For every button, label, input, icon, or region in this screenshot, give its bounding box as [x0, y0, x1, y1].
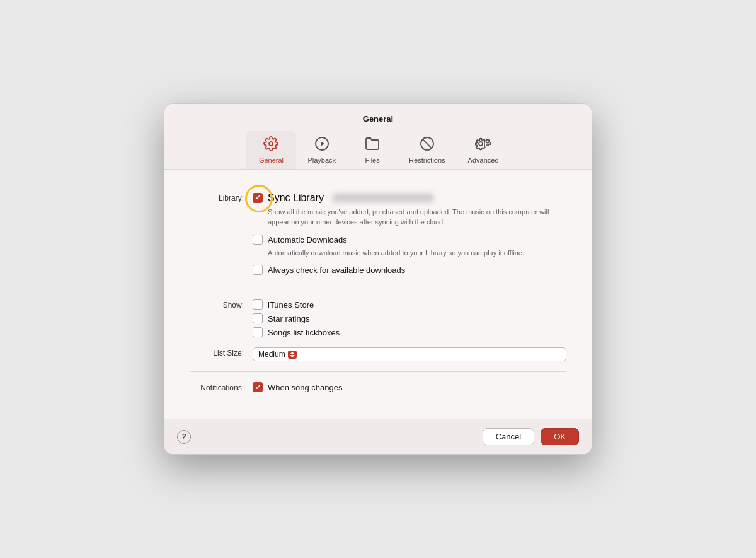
notifications-row: Notifications: When song changes	[190, 382, 566, 396]
auto-downloads-label: Automatic Downloads	[268, 235, 347, 245]
star-ratings-checkbox[interactable]	[253, 313, 263, 323]
preferences-dialog: General General Playback	[164, 103, 592, 455]
select-arrows	[288, 351, 297, 359]
notifications-content: When song changes	[253, 382, 566, 396]
general-icon	[263, 136, 278, 154]
tab-general-label: General	[259, 156, 284, 164]
tab-files[interactable]: Files	[347, 131, 398, 169]
songs-list-tickboxes-checkbox[interactable]	[253, 327, 263, 337]
always-check-checkbox[interactable]	[253, 265, 263, 275]
ok-button[interactable]: OK	[541, 428, 579, 445]
itunes-store-checkbox[interactable]	[253, 299, 263, 310]
playback-icon	[314, 136, 329, 154]
dialog-title: General	[177, 114, 579, 124]
tabs-bar: General Playback Files	[177, 131, 579, 169]
sync-library-email	[333, 194, 433, 202]
sync-library-row: Sync Library	[253, 192, 566, 204]
always-check-row: Always check for available downloads	[253, 265, 566, 275]
library-row: Library: Sync Library Show all the music…	[190, 192, 566, 279]
show-row: Show: iTunes Store Star ratings Songs li…	[190, 299, 566, 341]
when-song-changes-checkbox[interactable]	[253, 382, 263, 392]
notifications-label: Notifications:	[190, 382, 253, 392]
tab-general[interactable]: General	[246, 131, 296, 169]
dialog-body: Library: Sync Library Show all the music…	[164, 170, 592, 419]
auto-downloads-description: Automatically download music when added …	[268, 248, 566, 259]
arrow-up-icon	[290, 352, 295, 354]
tab-playback-label: Playback	[307, 156, 336, 164]
songs-list-tickboxes-row: Songs list tickboxes	[253, 327, 566, 337]
tab-files-label: Files	[365, 156, 379, 164]
help-button[interactable]: ?	[177, 430, 191, 444]
show-label: Show:	[190, 299, 253, 310]
svg-point-6	[486, 139, 490, 142]
restrictions-icon	[420, 136, 435, 154]
list-size-row: List Size: Medium	[190, 347, 566, 361]
auto-downloads-row: Automatic Downloads	[253, 235, 566, 245]
notifications-section: Notifications: When song changes	[190, 372, 566, 406]
when-song-changes-label: When song changes	[268, 383, 343, 392]
arrow-down-icon	[290, 355, 295, 357]
list-size-label: List Size:	[190, 347, 253, 357]
tab-advanced-label: Advanced	[468, 156, 499, 164]
auto-downloads-checkbox[interactable]	[253, 235, 263, 245]
svg-point-0	[269, 142, 273, 146]
sync-library-checkbox[interactable]	[253, 193, 263, 203]
tab-advanced[interactable]: Advanced	[457, 131, 510, 169]
tab-restrictions[interactable]: Restrictions	[398, 131, 456, 169]
library-label: Library:	[190, 192, 253, 202]
library-content: Sync Library Show all the music you've a…	[253, 192, 566, 279]
svg-point-5	[479, 142, 483, 146]
cancel-button[interactable]: Cancel	[483, 428, 534, 445]
star-ratings-label: Star ratings	[268, 314, 309, 323]
library-section: Library: Sync Library Show all the music…	[190, 182, 566, 290]
dialog-footer: ? Cancel OK	[164, 419, 592, 454]
tab-restrictions-label: Restrictions	[409, 156, 445, 164]
svg-marker-2	[321, 141, 324, 146]
list-size-value: Medium	[258, 350, 285, 359]
songs-list-tickboxes-label: Songs list tickboxes	[268, 328, 340, 337]
itunes-store-row: iTunes Store	[253, 299, 566, 310]
advanced-icon	[475, 136, 491, 154]
list-size-select[interactable]: Medium	[253, 347, 566, 361]
show-content: iTunes Store Star ratings Songs list tic…	[253, 299, 566, 341]
sync-library-description: Show all the music you've added, purchas…	[268, 207, 566, 228]
always-check-label: Always check for available downloads	[268, 265, 405, 275]
tab-playback[interactable]: Playback	[296, 131, 347, 169]
sync-library-label: Sync Library	[268, 192, 324, 204]
itunes-store-label: iTunes Store	[268, 300, 314, 310]
footer-buttons: Cancel OK	[483, 428, 579, 445]
files-icon	[365, 136, 380, 154]
when-song-changes-row: When song changes	[253, 382, 566, 392]
svg-line-4	[423, 139, 432, 148]
dialog-title-bar: General General Playback	[164, 104, 592, 170]
list-size-content: Medium	[253, 347, 566, 361]
show-section: Show: iTunes Store Star ratings Songs li…	[190, 289, 566, 372]
star-ratings-row: Star ratings	[253, 313, 566, 323]
